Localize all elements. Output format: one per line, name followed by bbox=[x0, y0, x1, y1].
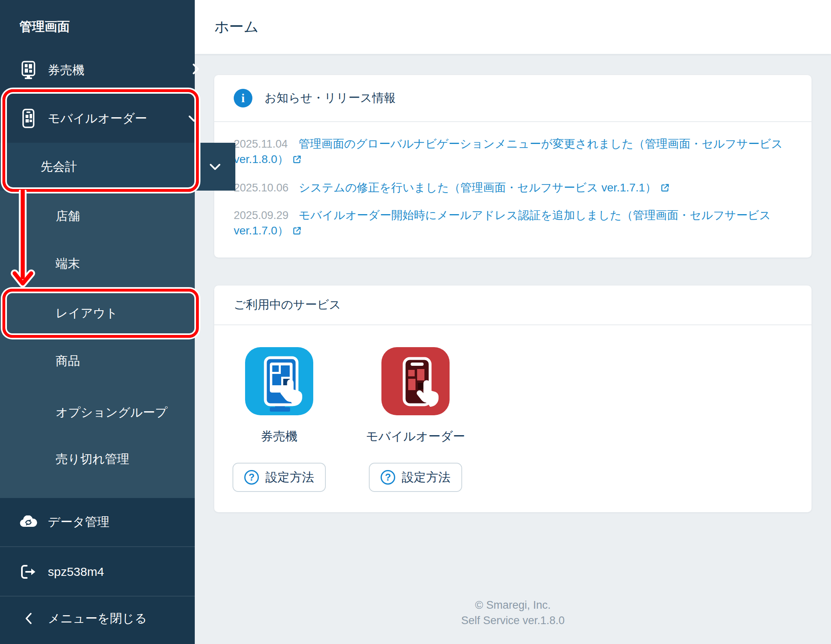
sidebar-item-label: spz538m4 bbox=[48, 565, 104, 579]
question-icon: ? bbox=[381, 470, 395, 485]
announcements-list: 2025.11.04 管理画面のグローバルナビゲーションメニューが変更されました… bbox=[214, 122, 812, 258]
service-name: 券売機 bbox=[261, 428, 297, 445]
sidebar-item-label: オプショングループ bbox=[56, 405, 177, 420]
sidebar-item-label: 券売機 bbox=[48, 62, 84, 79]
news-link[interactable]: モバイルオーダー開始時にメールアドレス認証を追加しました（管理画面・セルフサービ… bbox=[299, 208, 771, 223]
sidebar-item-tanmatsu[interactable]: 端末 bbox=[0, 242, 250, 285]
page-header: ホーム bbox=[195, 0, 831, 54]
services-header: ご利用中のサービス bbox=[214, 286, 812, 325]
sidebar-item-label: 店舗 bbox=[56, 208, 80, 225]
setup-help-label: 設定方法 bbox=[265, 469, 314, 486]
sidebar-title[interactable]: 管理画面 bbox=[19, 12, 70, 41]
news-link[interactable]: 管理画面のグローバルナビゲーションメニューが変更されました（管理画面・セルフサー… bbox=[299, 137, 783, 151]
sidebar-item-tenpo[interactable]: 店舗 bbox=[0, 195, 250, 238]
logout-icon bbox=[19, 564, 37, 580]
announcements-header: i お知らせ・リリース情報 bbox=[214, 75, 812, 122]
footer-version: Self Service ver.1.8.0 bbox=[195, 613, 831, 628]
sidebar-item-shohin[interactable]: 商品 bbox=[0, 339, 250, 382]
sidebar: 管理画面 券売機 bbox=[0, 0, 195, 644]
main-area: ホーム i お知らせ・リリース情報 2025.11.04 管理画面のグローバルナ… bbox=[195, 0, 831, 644]
sidebar-item-mobile-order[interactable]: モバイルオーダー bbox=[0, 97, 214, 140]
sidebar-item-kenbaiki[interactable]: 券売機 bbox=[0, 49, 214, 92]
chevron-left-icon bbox=[19, 612, 37, 625]
kenbaiki-app-icon[interactable] bbox=[245, 347, 313, 415]
sidebar-divider bbox=[0, 546, 195, 547]
sidebar-item-label: レイアウト bbox=[56, 305, 118, 322]
footer-copyright: © Smaregi, Inc. bbox=[195, 597, 831, 613]
mobile-phone-icon bbox=[19, 109, 37, 128]
mobile-order-app-icon[interactable] bbox=[381, 347, 450, 415]
sidebar-item-urikire[interactable]: 売り切れ管理 bbox=[0, 438, 250, 481]
sidebar-item-label: メニューを閉じる bbox=[48, 610, 147, 627]
sidebar-item-label: モバイルオーダー bbox=[48, 110, 147, 127]
news-item: 2025.11.04 管理画面のグローバルナビゲーションメニューが変更されました… bbox=[234, 137, 792, 168]
page-footer: © Smaregi, Inc. Self Service ver.1.8.0 bbox=[195, 597, 831, 628]
chevron-down-icon bbox=[209, 160, 221, 174]
sidebar-item-label: 売り切れ管理 bbox=[56, 451, 129, 468]
sidebar-item-label: 商品 bbox=[56, 353, 80, 369]
news-item: 2025.10.06 システムの修正を行いました（管理画面・セルフサービス ve… bbox=[234, 180, 792, 196]
news-item: 2025.09.29 モバイルオーダー開始時にメールアドレス認証を追加しました（… bbox=[234, 208, 792, 240]
page-title: ホーム bbox=[214, 17, 259, 37]
setup-help-button[interactable]: ? 設定方法 bbox=[369, 463, 462, 492]
news-link-continued[interactable]: ver.1.8.0） bbox=[234, 153, 301, 165]
info-icon: i bbox=[234, 89, 252, 107]
services-card: ご利用中のサービス bbox=[214, 286, 812, 512]
cloud-sync-icon bbox=[19, 515, 37, 528]
news-date: 2025.10.06 bbox=[234, 180, 290, 195]
external-link-icon bbox=[661, 181, 670, 196]
news-link[interactable]: システムの修正を行いました（管理画面・セルフサービス ver.1.7.1） bbox=[299, 180, 670, 196]
kiosk-icon bbox=[19, 61, 37, 79]
external-link-icon bbox=[293, 153, 301, 167]
sidebar-item-sakikaikei[interactable]: 先会計 bbox=[0, 143, 235, 191]
content-area: i お知らせ・リリース情報 2025.11.04 管理画面のグローバルナビゲーシ… bbox=[195, 54, 831, 644]
sidebar-divider bbox=[0, 596, 195, 597]
sidebar-item-label: データ管理 bbox=[48, 514, 109, 530]
chevron-right-icon bbox=[192, 63, 200, 77]
announcements-title: お知らせ・リリース情報 bbox=[265, 90, 396, 106]
sidebar-item-option-group[interactable]: オプショングループ bbox=[0, 386, 250, 439]
chevron-down-icon bbox=[188, 112, 200, 125]
announcements-card: i お知らせ・リリース情報 2025.11.04 管理画面のグローバルナビゲーシ… bbox=[214, 75, 812, 258]
sidebar-item-data-kanri[interactable]: データ管理 bbox=[0, 500, 214, 543]
services-list: 券売機 ? 設定方法 bbox=[214, 325, 812, 512]
sidebar-item-layout[interactable]: レイアウト bbox=[0, 292, 250, 335]
news-date: 2025.11.04 bbox=[234, 137, 290, 151]
sidebar-item-close-menu[interactable]: メニューを閉じる bbox=[0, 597, 214, 640]
setup-help-label: 設定方法 bbox=[402, 469, 450, 486]
sidebar-item-label: 先会計 bbox=[41, 159, 77, 175]
external-link-icon bbox=[293, 224, 301, 239]
sidebar-item-label: 端末 bbox=[56, 255, 80, 272]
sidebar-item-account-logout[interactable]: spz538m4 bbox=[0, 550, 214, 593]
service-name: モバイルオーダー bbox=[366, 428, 465, 445]
service-mobile-order: モバイルオーダー ? 設定方法 bbox=[369, 347, 462, 492]
